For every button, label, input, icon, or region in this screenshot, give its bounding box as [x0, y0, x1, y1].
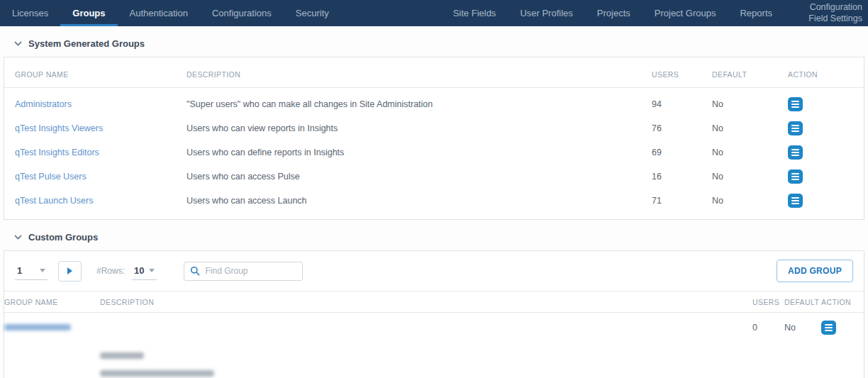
group-name-link[interactable]: qTest Pulse Users: [15, 172, 87, 182]
custom-groups-table: GROUP NAME DESCRIPTION USERS DEFAULT ACT…: [4, 291, 864, 378]
table-row: qTest Insights ViewersUsers who can view…: [4, 116, 864, 140]
menu-icon: [791, 200, 799, 201]
default-flag-cell: No: [784, 313, 821, 343]
group-description-cell: "Super users" who can make all changes i…: [187, 88, 652, 117]
menu-icon: [791, 203, 799, 204]
nav-right-group: Site FieldsUser ProfilesProjectsProject …: [441, 0, 868, 26]
users-count-cell: 0: [752, 343, 784, 378]
row-action-menu-button[interactable]: [821, 321, 836, 335]
menu-icon: [825, 330, 833, 331]
group-name-cell: qTest Launch Users: [4, 189, 187, 219]
users-count-cell: 69: [652, 140, 712, 165]
column-header-group-name: GROUP NAME: [4, 291, 100, 313]
table-header-row: GROUP NAME DESCRIPTION USERS DEFAULT ACT…: [4, 291, 864, 313]
group-name-cell: qTest Insights Viewers: [4, 116, 187, 140]
column-header-action: ACTION: [821, 291, 864, 313]
default-flag-cell: No: [712, 165, 788, 189]
users-count-cell: 71: [652, 189, 712, 219]
group-name-link[interactable]: qTest Insights Viewers: [15, 123, 103, 133]
default-flag-cell: No: [712, 88, 788, 117]
table-row: qTest Launch UsersUsers who can access L…: [4, 189, 864, 219]
custom-groups-toolbar: 1 #Rows: 10 ADD GROUP: [4, 251, 864, 291]
group-name-link[interactable]: qTest Launch Users: [15, 196, 93, 206]
system-groups-section-header: System Generated Groups: [4, 26, 864, 57]
action-cell: [788, 189, 864, 219]
action-cell: [788, 165, 864, 189]
menu-icon: [791, 155, 799, 156]
nav-item-authentication[interactable]: Authentication: [118, 0, 200, 26]
default-flag-cell: No: [712, 140, 788, 165]
row-action-menu-button[interactable]: [788, 145, 803, 160]
top-navigation: LicensesGroupsAuthenticationConfiguratio…: [0, 0, 868, 26]
group-description-cell: Users who can view reports in Insights: [187, 116, 652, 140]
users-count-cell: 76: [652, 116, 712, 140]
group-description-cell: Users who can access Pulse: [187, 165, 652, 189]
group-description-cell: [100, 343, 752, 378]
menu-icon: [791, 106, 799, 108]
table-row: qTest Insights EditorsUsers who can defi…: [4, 140, 864, 165]
nav-item-projects[interactable]: Projects: [585, 0, 642, 26]
menu-icon: [791, 176, 799, 177]
redacted-text: [100, 352, 144, 359]
row-action-menu-button[interactable]: [788, 121, 803, 135]
page-number-select[interactable]: 1: [15, 262, 48, 280]
nav-item-configuration-field-settings[interactable]: Configuration Field Settings: [784, 0, 868, 26]
users-count-cell: 0: [752, 313, 784, 343]
nav-item-user-profiles[interactable]: User Profiles: [508, 0, 584, 26]
menu-icon: [791, 125, 799, 126]
nav-item-project-groups[interactable]: Project Groups: [642, 0, 728, 26]
chevron-down-icon: [40, 269, 45, 272]
nav-item-groups[interactable]: Groups: [60, 0, 117, 26]
custom-groups-card: 1 #Rows: 10 ADD GROUP: [4, 250, 864, 378]
next-page-icon: [67, 267, 72, 274]
menu-icon: [791, 149, 799, 150]
group-name-cell: qTest Pulse Users: [4, 165, 187, 189]
table-header-row: GROUP NAME DESCRIPTION USERS DEFAULT ACT…: [4, 57, 864, 88]
group-name-link[interactable]: Administrators: [15, 99, 72, 109]
menu-icon: [791, 152, 799, 153]
default-flag-cell: No: [784, 343, 821, 378]
redacted-text: [100, 370, 214, 377]
menu-icon: [791, 101, 799, 102]
action-cell: [788, 140, 864, 165]
find-group-input[interactable]: [205, 266, 296, 276]
table-row: 0No: [4, 343, 864, 378]
column-header-users: USERS: [652, 57, 712, 88]
nav-item-reports[interactable]: Reports: [728, 0, 784, 26]
main-content: System Generated Groups GROUP NAME DESCR…: [0, 26, 868, 378]
chevron-down-icon[interactable]: [14, 41, 22, 46]
action-cell: [821, 343, 864, 378]
action-cell: [788, 88, 864, 117]
system-groups-card: GROUP NAME DESCRIPTION USERS DEFAULT ACT…: [4, 57, 864, 220]
column-header-default: DEFAULT: [784, 291, 821, 313]
section-title: Custom Groups: [28, 232, 98, 243]
nav-item-site-fields[interactable]: Site Fields: [441, 0, 508, 26]
group-description-cell: Users who can access Launch: [187, 189, 652, 219]
find-group-search-box: [184, 262, 303, 281]
row-action-menu-button[interactable]: [788, 194, 803, 208]
group-name-link[interactable]: [4, 323, 71, 333]
group-name-link[interactable]: qTest Insights Editors: [15, 148, 99, 157]
column-header-group-name: GROUP NAME: [4, 57, 187, 88]
column-header-description: DESCRIPTION: [187, 57, 652, 88]
menu-icon: [791, 179, 799, 180]
row-action-menu-button[interactable]: [788, 169, 803, 184]
menu-icon: [825, 327, 833, 328]
redacted-text: [4, 324, 71, 330]
row-action-menu-button[interactable]: [788, 97, 803, 111]
group-description-cell: [100, 313, 752, 343]
default-flag-cell: No: [712, 116, 788, 140]
nav-item-configurations[interactable]: Configurations: [200, 0, 284, 26]
table-row: qTest Pulse UsersUsers who can access Pu…: [4, 165, 864, 189]
chevron-down-icon[interactable]: [14, 235, 22, 240]
action-cell: [821, 313, 864, 343]
menu-icon: [791, 104, 799, 105]
nav-item-security[interactable]: Security: [284, 0, 341, 26]
menu-icon: [791, 128, 799, 129]
users-count-cell: 16: [652, 165, 712, 189]
rows-per-page-label: #Rows:: [96, 266, 125, 276]
nav-item-licenses[interactable]: Licenses: [0, 0, 60, 26]
rows-per-page-select[interactable]: 10: [132, 262, 157, 280]
next-page-button[interactable]: [58, 261, 82, 282]
add-group-button[interactable]: ADD GROUP: [777, 260, 853, 282]
